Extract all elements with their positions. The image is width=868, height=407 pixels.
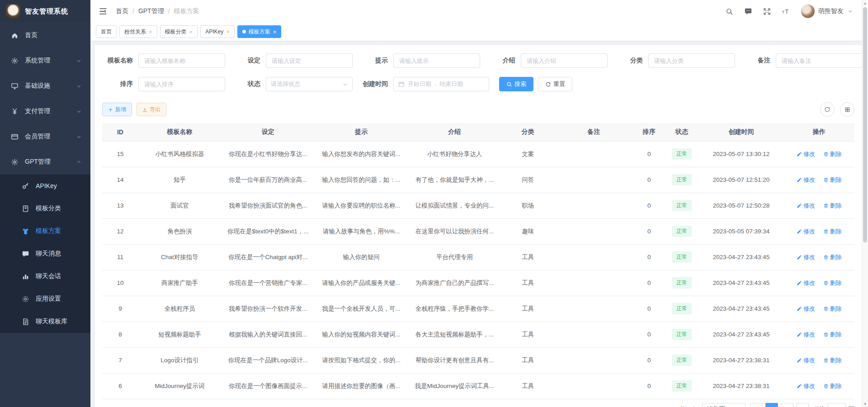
- cell-name: 知乎: [138, 167, 221, 193]
- delete-link[interactable]: 删除: [823, 202, 842, 210]
- table-body: 15 小红书风格模拟器 你现在是小红书好物分享达... 输入你想发布的内容关键词…: [102, 141, 854, 399]
- search-icon[interactable]: [726, 8, 733, 15]
- close-icon[interactable]: ×: [149, 29, 152, 35]
- cell-remark: [554, 141, 633, 167]
- sidebar-item-infrastructure[interactable]: 基础设施: [0, 73, 90, 99]
- edit-link[interactable]: 修改: [797, 176, 815, 184]
- intro-filter-input[interactable]: [521, 53, 608, 68]
- delete-link[interactable]: 删除: [823, 150, 842, 158]
- cell-remark: [554, 270, 633, 296]
- user-menu[interactable]: 萌熊智友: [801, 5, 853, 18]
- setting-filter-input[interactable]: [266, 53, 353, 68]
- cell-name: MidJourney提示词: [138, 373, 221, 399]
- cell-sort: 0: [633, 322, 665, 347]
- cell-prompt: 我是一个全栈开发人员，可...: [315, 296, 408, 322]
- next-page-button[interactable]: ›: [796, 403, 809, 407]
- goto-page-input[interactable]: [828, 403, 846, 407]
- scrollbar-thumb[interactable]: [863, 7, 867, 242]
- sidebar-item-member[interactable]: 会员管理: [0, 124, 90, 149]
- sidebar-item-chat-template-lib[interactable]: 聊天模板库: [0, 310, 90, 333]
- breadcrumb-home[interactable]: 首页: [116, 7, 128, 15]
- export-button[interactable]: 导出: [137, 103, 166, 116]
- cell-intro: 各大主流短视频标题助手，...: [408, 322, 502, 347]
- status-filter-select[interactable]: 请选择状态: [266, 77, 353, 91]
- close-icon[interactable]: ×: [273, 29, 277, 35]
- scrollbar-up-arrow[interactable]: ▲: [862, 0, 868, 6]
- delete-link[interactable]: 删除: [823, 227, 842, 236]
- close-icon[interactable]: ×: [226, 29, 230, 35]
- tab-template-plan[interactable]: 模板方案 ×: [237, 25, 282, 38]
- prompt-filter-input[interactable]: [393, 53, 480, 68]
- tab-fans[interactable]: 粉丝关系 ×: [119, 25, 157, 38]
- cell-created: 2023-04-27 23:43:45: [699, 270, 784, 296]
- close-icon[interactable]: ×: [189, 29, 193, 35]
- scrollbar-down-arrow[interactable]: ▼: [862, 401, 868, 407]
- delete-link[interactable]: 删除: [823, 253, 842, 261]
- cell-category: 工具: [502, 270, 554, 296]
- sidebar-item-app-settings[interactable]: 应用设置: [0, 288, 90, 310]
- table-row: 7 Logo设计指引 你现在是一个品牌Logo设计... 请按照如下格式提交，你…: [102, 347, 854, 373]
- table-row: 13 面试官 我希望你扮演面试官的角色... 请输入你要应聘的职位名称... 让…: [102, 193, 854, 218]
- cell-category: 工具: [502, 373, 554, 399]
- category-filter-input[interactable]: [648, 53, 735, 68]
- edit-link[interactable]: 修改: [797, 253, 815, 261]
- tab-template-category[interactable]: 模板分类 ×: [160, 25, 198, 38]
- delete-link[interactable]: 删除: [823, 176, 842, 184]
- edit-link[interactable]: 修改: [797, 279, 815, 287]
- font-size-icon[interactable]: TT: [782, 7, 790, 16]
- cell-remark: [554, 347, 633, 373]
- remark-filter-input[interactable]: [776, 53, 862, 68]
- cell-sort: 0: [633, 270, 665, 296]
- refresh-table-button[interactable]: [820, 102, 835, 117]
- page-button-1[interactable]: 1: [765, 403, 778, 407]
- delete-link[interactable]: 删除: [823, 331, 842, 339]
- page-size-select[interactable]: 10条/页: [702, 403, 745, 407]
- edit-link[interactable]: 修改: [797, 202, 815, 210]
- edit-link[interactable]: 修改: [797, 150, 815, 158]
- cell-name: 角色扮演: [138, 218, 221, 244]
- tab-home[interactable]: 首页: [96, 25, 117, 38]
- page-button-2[interactable]: 2: [781, 403, 793, 407]
- breadcrumb-gpt[interactable]: GPT管理: [138, 7, 164, 15]
- date-range-picker[interactable]: 开始日期 - 结束日期: [393, 77, 489, 91]
- cell-id: 9: [102, 296, 138, 322]
- page-scrollbar[interactable]: ▲ ▼: [862, 0, 868, 407]
- reset-button[interactable]: 重置: [538, 77, 572, 91]
- cell-intro: 我是MidJourney提示词工具...: [408, 373, 502, 399]
- edit-link[interactable]: 修改: [797, 356, 815, 364]
- add-button[interactable]: 新增: [102, 103, 132, 116]
- sidebar-item-system[interactable]: 系统管理: [0, 48, 90, 73]
- cell-remark: [554, 373, 633, 399]
- sidebar-item-template-plan[interactable]: 模板方案: [0, 220, 90, 242]
- name-filter-input[interactable]: [138, 53, 225, 68]
- sidebar-item-template-category[interactable]: 模板分类: [0, 197, 90, 220]
- edit-link[interactable]: 修改: [797, 305, 815, 313]
- download-icon: [142, 107, 147, 112]
- edit-link[interactable]: 修改: [797, 382, 815, 390]
- delete-link[interactable]: 删除: [823, 382, 842, 390]
- search-button[interactable]: 搜索: [499, 77, 533, 91]
- edit-link[interactable]: 修改: [797, 227, 815, 236]
- table-tools: [820, 102, 854, 117]
- tab-label: 首页: [101, 28, 112, 36]
- fullscreen-icon[interactable]: [763, 8, 771, 15]
- edit-link[interactable]: 修改: [797, 331, 815, 339]
- sidebar-item-home[interactable]: 首页: [0, 23, 90, 48]
- cell-remark: [554, 167, 633, 193]
- sidebar-item-payment[interactable]: 支付管理: [0, 99, 90, 124]
- sidebar-item-gpt[interactable]: GPT管理: [0, 149, 90, 175]
- column-settings-button[interactable]: [840, 102, 854, 117]
- sidebar-item-chat-session[interactable]: 聊天会话: [0, 265, 90, 288]
- sort-filter-input[interactable]: [138, 77, 225, 91]
- sidebar-item-chat-message[interactable]: 聊天消息: [0, 242, 90, 265]
- delete-link[interactable]: 删除: [823, 279, 842, 287]
- delete-link[interactable]: 删除: [823, 356, 842, 364]
- prev-page-button[interactable]: ‹: [750, 403, 763, 407]
- category-filter-field: 分类: [612, 53, 740, 68]
- tab-apikey[interactable]: APIKey ×: [200, 25, 235, 38]
- sidebar-toggle-icon[interactable]: [99, 7, 108, 16]
- sidebar-item-apikey[interactable]: APIKey: [0, 175, 90, 197]
- delete-link[interactable]: 删除: [823, 305, 842, 313]
- cell-remark: [554, 296, 633, 322]
- message-icon[interactable]: [744, 7, 752, 15]
